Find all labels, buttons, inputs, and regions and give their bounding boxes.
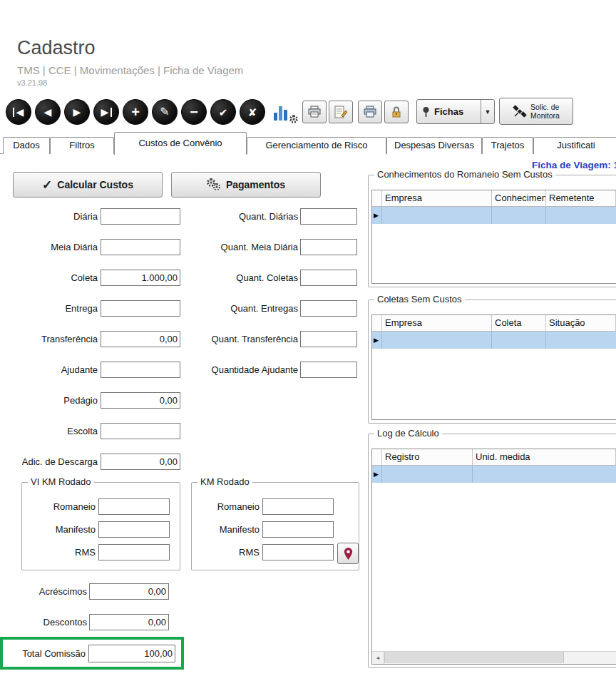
pagamentos-button[interactable]: Pagamentos bbox=[171, 172, 321, 198]
entrega-input[interactable] bbox=[101, 300, 180, 317]
field-label: Quant. Transferência bbox=[180, 331, 298, 347]
km-romaneio-input[interactable] bbox=[262, 498, 334, 515]
previous-record-button[interactable]: ◀ bbox=[35, 99, 61, 125]
pedagio-input[interactable] bbox=[101, 392, 180, 409]
adic-descarga-input[interactable] bbox=[101, 454, 180, 470]
km-rodado-title: KM Rodado bbox=[197, 476, 252, 487]
remove-record-button[interactable]: − bbox=[181, 99, 207, 125]
km-manifesto-input[interactable] bbox=[262, 521, 334, 538]
transferencia-input[interactable] bbox=[101, 331, 180, 347]
row-indicator-icon: ▶ bbox=[372, 466, 382, 483]
field-label: Quant. Entregas bbox=[180, 300, 298, 317]
gear-icon bbox=[289, 115, 298, 123]
chevron-down-icon: ▼ bbox=[485, 108, 491, 116]
print-button[interactable] bbox=[302, 101, 327, 123]
page-title: Cadastro bbox=[17, 37, 96, 59]
acrescimos-input[interactable] bbox=[89, 583, 169, 600]
cell-coleta bbox=[492, 332, 546, 349]
column-header[interactable]: Coleta bbox=[492, 315, 546, 332]
satellite-icon bbox=[513, 104, 527, 118]
selected-row[interactable]: ▶ bbox=[372, 466, 616, 483]
vi-romaneio-input[interactable] bbox=[98, 498, 170, 515]
solic-monitora-button[interactable]: Solic. de Monitora bbox=[499, 98, 573, 125]
km-rms-input[interactable] bbox=[262, 544, 334, 560]
field-label: Quant. Meia Diária bbox=[180, 239, 298, 255]
field-label: Acréscimos bbox=[0, 583, 87, 600]
column-header[interactable]: Conhecimento bbox=[492, 190, 546, 207]
column-header[interactable]: Remetente bbox=[546, 190, 616, 207]
tab-trajetos[interactable]: Trajetos bbox=[482, 137, 533, 154]
field-label: Manifesto bbox=[22, 521, 96, 538]
field-label: Romaneio bbox=[192, 498, 260, 515]
selected-row[interactable]: ▶ bbox=[372, 207, 616, 224]
version-label: v3.21.98 bbox=[17, 78, 47, 87]
tab-gerenciamento-de-risco[interactable]: Gerenciamento de Risco bbox=[247, 137, 386, 154]
fichas-button[interactable]: Fichas ▼ bbox=[416, 99, 495, 124]
descontos-input[interactable] bbox=[89, 614, 169, 630]
fichas-dropdown-button[interactable]: ▼ bbox=[481, 100, 494, 123]
quantidade-ajudante-input[interactable] bbox=[300, 362, 357, 378]
selected-row[interactable]: ▶ bbox=[372, 332, 616, 349]
quant-diarias-input[interactable] bbox=[300, 208, 357, 225]
escolta-input[interactable] bbox=[101, 423, 180, 439]
quant-transferencia-input[interactable] bbox=[300, 331, 357, 347]
next-record-icon: ▶ bbox=[73, 107, 81, 117]
print-preview-button[interactable] bbox=[358, 101, 382, 123]
quant-entregas-input[interactable] bbox=[300, 300, 357, 317]
cell-empresa bbox=[382, 332, 492, 349]
quant-coletas-input[interactable] bbox=[300, 270, 357, 286]
cell-registro bbox=[382, 466, 473, 483]
tab-filtros[interactable]: Filtros bbox=[50, 137, 114, 154]
add-record-button[interactable]: + bbox=[123, 99, 148, 125]
last-record-icon: ▶ bbox=[101, 107, 109, 117]
meia-diaria-input[interactable] bbox=[101, 239, 180, 255]
column-header[interactable]: Registro bbox=[382, 449, 473, 466]
column-header[interactable]: Unid. medida bbox=[473, 449, 616, 466]
confirm-record-button[interactable]: ✔ bbox=[210, 99, 236, 125]
field-label: Descontos bbox=[0, 614, 87, 630]
chart-settings-button[interactable] bbox=[272, 102, 299, 123]
column-header[interactable]: Situação bbox=[546, 315, 616, 332]
tab-dados[interactable]: Dados bbox=[3, 137, 50, 154]
next-record-button[interactable]: ▶ bbox=[64, 99, 90, 125]
column-header[interactable]: Empresa bbox=[382, 315, 492, 332]
first-record-button[interactable]: ◀ bbox=[6, 99, 31, 125]
quant-meia-diaria-input[interactable] bbox=[300, 239, 357, 255]
ajudante-input[interactable] bbox=[101, 362, 180, 378]
tab-justificativas[interactable]: Justificati bbox=[533, 137, 616, 154]
total-comissao-highlight: Total Comissão bbox=[0, 637, 184, 670]
field-label: Diária bbox=[0, 208, 98, 225]
last-record-button[interactable]: ▶ bbox=[93, 99, 119, 125]
security-button[interactable] bbox=[384, 101, 409, 123]
field-label: RMS bbox=[192, 544, 260, 560]
field-label: Coleta bbox=[0, 270, 98, 286]
total-comissao-input[interactable] bbox=[88, 645, 175, 662]
pencil-icon: ✎ bbox=[160, 106, 169, 118]
coleta-input[interactable] bbox=[101, 270, 180, 286]
log-calculo-title: Log de Cálculo bbox=[374, 428, 442, 439]
scroll-left-button[interactable]: ◄ bbox=[372, 652, 384, 664]
vi-rms-input[interactable] bbox=[98, 544, 170, 560]
row-indicator-icon: ▶ bbox=[372, 332, 382, 349]
cancel-record-button[interactable]: ✘ bbox=[240, 99, 265, 125]
calcular-custos-button[interactable]: ✓ Calcular Custos bbox=[13, 172, 163, 198]
printer-icon bbox=[307, 106, 322, 118]
field-label: Escolta bbox=[0, 423, 98, 439]
calcular-custos-label: Calcular Custos bbox=[57, 179, 133, 190]
fichas-main[interactable]: Fichas bbox=[417, 106, 468, 118]
field-label: Quantidade Ajudante bbox=[180, 362, 298, 378]
edit-record-button[interactable]: ✎ bbox=[152, 99, 178, 125]
report-edit-button[interactable] bbox=[329, 101, 353, 123]
conhecimentos-group: Conhecimentos do Romaneio Sem Custos Emp… bbox=[368, 175, 616, 287]
pushpin-icon bbox=[421, 106, 431, 118]
column-header[interactable]: Empresa bbox=[382, 190, 492, 207]
scrollbar-thumb[interactable] bbox=[384, 652, 564, 663]
horizontal-scrollbar[interactable]: ◄ bbox=[372, 651, 616, 664]
diaria-input[interactable] bbox=[101, 208, 180, 225]
tab-custos-de-convenio[interactable]: Custos de Convênio bbox=[114, 132, 247, 155]
breadcrumb: TMS | CCE | Movimentações | Ficha de Via… bbox=[17, 64, 243, 76]
vi-manifesto-input[interactable] bbox=[98, 521, 170, 538]
tab-despesas-diversas[interactable]: Despesas Diversas bbox=[386, 137, 482, 154]
map-pin-button[interactable] bbox=[337, 543, 359, 564]
cell-empresa bbox=[382, 207, 492, 224]
